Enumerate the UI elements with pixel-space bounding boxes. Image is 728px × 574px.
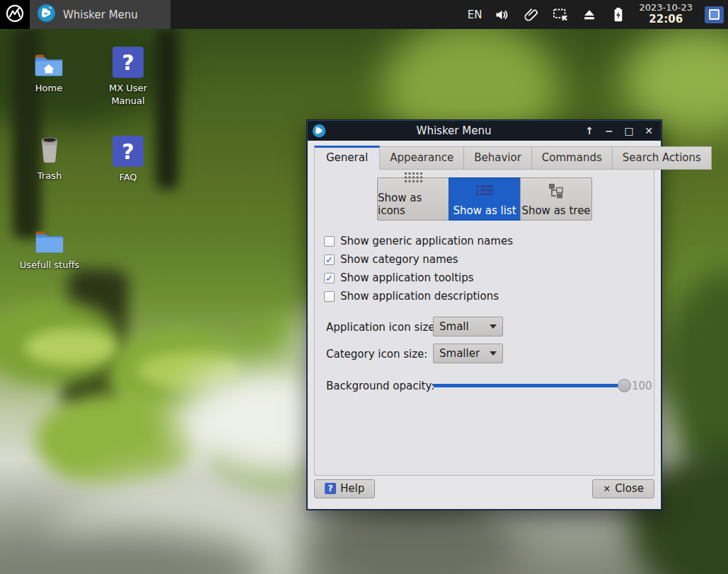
- show-as-icons-button[interactable]: Show as icons: [377, 177, 449, 221]
- mx-logo-icon: [5, 4, 25, 26]
- application-icon-size-label: Application icon size:: [326, 321, 439, 334]
- panel-time: 22:06: [649, 13, 683, 25]
- view-mode-label: Show as list: [453, 204, 516, 217]
- desktop-icon-label: Home: [35, 82, 62, 95]
- tab-commands[interactable]: Commands: [531, 146, 613, 170]
- keyboard-layout-indicator[interactable]: EN: [468, 8, 483, 21]
- checkbox-label: Show generic application names: [340, 235, 513, 247]
- checkbox[interactable]: ✓: [324, 291, 335, 302]
- background-opacity-label: Background opacity:: [326, 380, 434, 392]
- chevron-down-icon: [490, 324, 497, 329]
- whisker-app-icon: [37, 4, 56, 25]
- close-button[interactable]: ✕ Close: [592, 479, 654, 498]
- checkbox-row-application-tooltips[interactable]: ✓ Show application tooltips: [324, 271, 474, 285]
- slider-value: 100: [632, 380, 652, 392]
- whisker-menu-settings-window: Whisker Menu ↑ − □ ✕ General Appearance …: [307, 120, 661, 510]
- workspace-switcher[interactable]: [705, 6, 724, 23]
- desktop-icon-label: FAQ: [119, 171, 137, 184]
- minimize-window-button[interactable]: −: [601, 123, 617, 139]
- checkbox-row-application-descriptions[interactable]: ✓ Show application descriptions: [324, 289, 499, 303]
- home-folder-icon: [33, 45, 65, 78]
- wallpaper-light-patch: [623, 28, 728, 134]
- tab-search-actions[interactable]: Search Actions: [612, 146, 712, 170]
- display-disabled-icon[interactable]: [552, 6, 569, 23]
- view-mode-label: Show as tree: [521, 204, 590, 217]
- folder-icon: [33, 222, 66, 254]
- tab-behavior[interactable]: Behavior: [463, 146, 532, 170]
- category-icon-size-select[interactable]: Smaller: [433, 344, 503, 363]
- maximize-window-button[interactable]: □: [621, 123, 637, 139]
- list-view-icon: [475, 184, 494, 201]
- svg-text:?: ?: [122, 139, 134, 164]
- application-icon-size-select[interactable]: Small: [433, 317, 503, 336]
- battery-icon[interactable]: [610, 6, 627, 23]
- window-titlebar[interactable]: Whisker Menu ↑ − □ ✕: [308, 121, 661, 141]
- desktop-screen: Whisker Menu EN: [0, 0, 728, 574]
- show-as-list-button[interactable]: Show as list: [449, 177, 521, 221]
- checkbox[interactable]: ✓: [324, 273, 335, 283]
- eject-icon[interactable]: [581, 6, 598, 23]
- desktop-icon-label: Trash: [37, 170, 62, 182]
- general-tab-panel: Show as icons Show as list: [314, 169, 654, 476]
- question-mark-icon: ?: [112, 45, 144, 78]
- slider-handle[interactable]: [618, 379, 631, 392]
- desktop-icon-faq[interactable]: ? FAQ: [94, 134, 162, 184]
- trash-icon: [33, 133, 66, 165]
- category-icon-size-label: Category icon size:: [326, 348, 427, 361]
- window-whisker-icon: [312, 124, 326, 138]
- checkbox-label: Show category names: [340, 253, 458, 266]
- system-tray: EN: [468, 3, 728, 25]
- tab-general[interactable]: General: [314, 146, 380, 170]
- help-button[interactable]: ? Help: [314, 479, 375, 498]
- desktop-icon-mx-user-manual[interactable]: ? MX User Manual: [94, 45, 162, 107]
- dialog-action-row: ? Help ✕ Close: [314, 476, 654, 509]
- view-mode-label: Show as icons: [378, 192, 449, 217]
- desktop-icon-trash[interactable]: Trash: [16, 133, 83, 182]
- settings-tabbar: General Appearance Behavior Commands Sea…: [314, 146, 654, 170]
- panel-date: 2023-10-23: [639, 3, 693, 13]
- checkbox-row-category-names[interactable]: ✓ Show category names: [324, 252, 458, 266]
- desktop-icon-label: MX User Manual: [94, 82, 162, 107]
- select-value: Small: [439, 320, 490, 333]
- background-opacity-slider[interactable]: [433, 384, 624, 387]
- wallpaper-moss-highlight: [25, 329, 117, 365]
- select-value: Smaller: [439, 347, 490, 360]
- workspace-indicator: [709, 9, 720, 20]
- checkbox-label: Show application descriptions: [340, 290, 499, 303]
- clock[interactable]: 2023-10-23 22:06: [639, 3, 693, 25]
- volume-icon[interactable]: [494, 6, 511, 23]
- attachment-icon[interactable]: [523, 6, 540, 23]
- checkbox[interactable]: ✓: [324, 254, 335, 265]
- desktop-icon-label: Usefull stuffs: [20, 259, 79, 271]
- close-button-label: Close: [615, 482, 644, 495]
- help-button-label: Help: [340, 482, 364, 495]
- desktop-icon-home[interactable]: Home: [15, 45, 83, 95]
- checkbox-row-generic-names[interactable]: ✓ Show generic application names: [324, 234, 513, 248]
- checkbox[interactable]: ✓: [324, 236, 335, 247]
- desktop-icon-usefull-stuffs[interactable]: Usefull stuffs: [16, 222, 83, 271]
- close-icon: ✕: [603, 484, 611, 494]
- taskbar-item-whisker-menu[interactable]: Whisker Menu: [30, 0, 171, 29]
- checkbox-label: Show application tooltips: [340, 271, 474, 284]
- question-mark-icon: ?: [112, 134, 144, 167]
- taskbar-item-label: Whisker Menu: [63, 8, 138, 21]
- window-controls: ↑ − □ ✕: [582, 123, 657, 139]
- dialog-body: General Appearance Behavior Commands Sea…: [308, 141, 661, 509]
- shade-window-button[interactable]: ↑: [582, 123, 597, 139]
- close-window-button[interactable]: ✕: [641, 123, 657, 139]
- show-as-tree-button[interactable]: Show as tree: [520, 177, 592, 221]
- chevron-down-icon: [490, 351, 497, 356]
- help-icon: ?: [325, 483, 336, 494]
- mx-menu-button[interactable]: [0, 0, 30, 29]
- top-panel: Whisker Menu EN: [0, 0, 728, 29]
- svg-text:?: ?: [122, 50, 134, 75]
- window-title: Whisker Menu: [326, 124, 582, 137]
- view-mode-button-group: Show as icons Show as list: [377, 177, 592, 221]
- tab-appearance[interactable]: Appearance: [379, 146, 464, 170]
- grid-view-icon: [404, 172, 422, 189]
- tree-view-icon: [547, 183, 565, 201]
